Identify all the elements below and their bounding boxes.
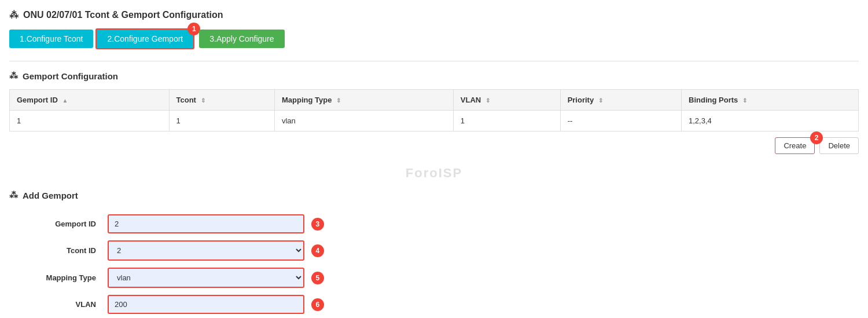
create-badge: 2 (810, 131, 823, 144)
cell-priority: -- (560, 111, 681, 131)
field-mapping-type: vlan p-bit gemport 5 (102, 264, 859, 291)
page-title-icon: ⁂ (9, 9, 19, 20)
gemport-id-input[interactable] (108, 214, 304, 233)
form-row-mapping-type: Mapping Type vlan p-bit gemport 5 (9, 264, 859, 291)
step-configure-tcont-button[interactable]: 1.Configure Tcont (9, 30, 93, 48)
cell-mapping-type: vlan (274, 111, 453, 131)
cell-tcont: 1 (169, 111, 274, 131)
page-title: ⁂ ONU 02/07/01 Tcont & Gemport Configura… (9, 9, 859, 20)
delete-button[interactable]: Delete (819, 137, 859, 154)
tcont-id-select[interactable]: 1 2 3 4 (108, 240, 304, 261)
cell-vlan: 1 (453, 111, 560, 131)
gemport-table: Gemport ID ▲ Tcont ⇕ Mapping Type ⇕ VLAN… (9, 89, 859, 131)
step-1-wrapper: 1.Configure Tcont (9, 30, 93, 48)
field-tcont-id: 1 2 3 4 4 (102, 237, 859, 264)
badge-mapping-type: 5 (311, 272, 324, 284)
form-row-vlan: VLAN 6 (9, 291, 859, 317)
cell-binding-ports: 1,2,3,4 (682, 111, 859, 131)
gemport-config-icon: ⁂ (9, 71, 18, 81)
form-row-gemport-id: Gemport ID 3 (9, 211, 859, 237)
vlan-input[interactable] (108, 295, 304, 314)
sort-gemport-id-icon[interactable]: ▲ (62, 97, 68, 104)
sort-tcont-icon[interactable]: ⇕ (201, 97, 205, 104)
badge-tcont-id: 4 (311, 244, 324, 257)
sort-mapping-icon[interactable]: ⇕ (336, 97, 341, 104)
create-button[interactable]: Create (775, 137, 815, 154)
label-gemport-id: Gemport ID (9, 211, 102, 237)
col-priority: Priority ⇕ (560, 90, 681, 111)
form-row-tcont-id: Tcont ID 1 2 3 4 4 (9, 237, 859, 264)
add-gemport-section-title: ⁂ Add Gemport (9, 190, 859, 200)
cell-gemport-id: 1 (10, 111, 170, 131)
sort-vlan-icon[interactable]: ⇕ (486, 97, 490, 104)
step-buttons: 1.Configure Tcont 2.Configure Gemport 1 … (9, 28, 859, 49)
col-vlan: VLAN ⇕ (453, 90, 560, 111)
step-configure-gemport-button[interactable]: 2.Configure Gemport (95, 28, 194, 49)
field-gemport-id: 3 (102, 211, 859, 237)
col-gemport-id: Gemport ID ▲ (10, 90, 170, 111)
step-2-wrapper: 2.Configure Gemport 1 (95, 28, 194, 49)
table-row: 1 1 vlan 1 -- 1,2,3,4 (10, 111, 859, 131)
sort-priority-icon[interactable]: ⇕ (598, 97, 603, 104)
badge-gemport-id: 3 (311, 218, 324, 231)
divider-1 (9, 61, 859, 61)
col-tcont: Tcont ⇕ (169, 90, 274, 111)
label-vlan: VLAN (9, 291, 102, 317)
field-vlan: 6 (102, 291, 859, 317)
sort-binding-icon[interactable]: ⇕ (742, 97, 747, 104)
add-gemport-form: Gemport ID 3 Tcont ID 1 2 3 4 4 Mapping … (9, 211, 859, 318)
add-gemport-icon: ⁂ (9, 190, 18, 200)
label-mapping-type: Mapping Type (9, 264, 102, 291)
mapping-type-select[interactable]: vlan p-bit gemport (108, 268, 304, 288)
step-3-wrapper: 3.Apply Configure (197, 30, 284, 48)
step-apply-configure-button[interactable]: 3.Apply Configure (199, 30, 284, 48)
watermark: ForoISP (9, 166, 859, 181)
badge-vlan: 6 (311, 298, 324, 311)
gemport-config-section-title: ⁂ Gemport Configuration (9, 71, 859, 81)
col-mapping-type: Mapping Type ⇕ (274, 90, 453, 111)
label-tcont-id: Tcont ID (9, 237, 102, 264)
col-binding-ports: Binding Ports ⇕ (682, 90, 859, 111)
table-actions: 2 Create Delete (9, 137, 859, 154)
